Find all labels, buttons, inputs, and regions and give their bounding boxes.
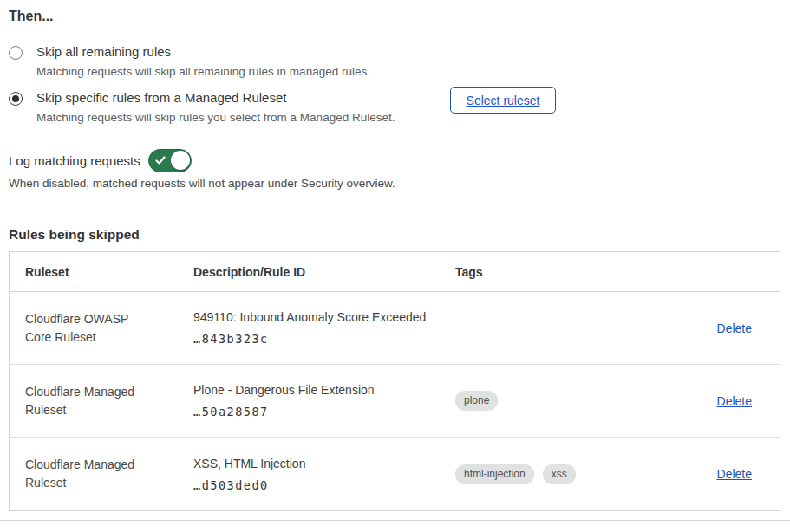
delete-link[interactable]: Delete bbox=[717, 467, 752, 481]
ruleset-name: Cloudflare Managed Ruleset bbox=[10, 456, 153, 492]
option-description: Matching requests will skip rules you se… bbox=[36, 110, 395, 125]
rule-description: Plone - Dangerous File Extension bbox=[193, 383, 441, 397]
tag-badge: plone bbox=[455, 391, 498, 411]
delete-link[interactable]: Delete bbox=[717, 394, 752, 408]
rule-id: …843b323c bbox=[193, 332, 441, 346]
then-heading: Then... bbox=[9, 9, 54, 24]
rule-id: …d503ded0 bbox=[193, 478, 441, 492]
option-description: Matching requests will skip all remainin… bbox=[36, 64, 370, 79]
skip-rules-config-page: Then... Skip all remaining rules Matchin… bbox=[0, 0, 790, 532]
table-row: Cloudflare OWASP Core Ruleset 949110: In… bbox=[10, 292, 780, 365]
toggle-knob bbox=[171, 151, 190, 170]
check-icon bbox=[155, 155, 166, 165]
ruleset-name: Cloudflare OWASP Core Ruleset bbox=[10, 310, 153, 347]
table-row: Cloudflare Managed Ruleset XSS, HTML Inj… bbox=[10, 438, 780, 510]
radio-button-selected-icon[interactable] bbox=[9, 92, 23, 106]
rule-description: 949110: Inbound Anomaly Score Exceeded bbox=[193, 310, 441, 324]
column-header-ruleset: Ruleset bbox=[10, 265, 193, 279]
option-skip-all-remaining-rules[interactable]: Skip all remaining rules Matching reques… bbox=[9, 43, 370, 79]
bottom-divider bbox=[0, 520, 790, 521]
table-row: Cloudflare Managed Ruleset Plone - Dange… bbox=[10, 365, 780, 438]
option-label: Skip specific rules from a Managed Rules… bbox=[36, 89, 395, 107]
select-ruleset-button[interactable]: Select ruleset bbox=[450, 87, 556, 114]
column-header-tags: Tags bbox=[455, 265, 738, 279]
option-skip-specific-rules[interactable]: Skip specific rules from a Managed Rules… bbox=[9, 89, 395, 125]
rules-being-skipped-table: Ruleset Description/Rule ID Tags Cloudfl… bbox=[9, 251, 780, 511]
rule-id: …50a28587 bbox=[193, 405, 441, 418]
option-label: Skip all remaining rules bbox=[36, 43, 370, 61]
delete-link[interactable]: Delete bbox=[717, 321, 752, 335]
tags-cell: html-injection xss bbox=[455, 464, 717, 484]
rule-description: XSS, HTML Injection bbox=[193, 457, 441, 470]
tag-badge: html-injection bbox=[455, 464, 534, 484]
radio-button-icon[interactable] bbox=[9, 46, 23, 60]
table-header-row: Ruleset Description/Rule ID Tags bbox=[10, 252, 780, 292]
ruleset-name: Cloudflare Managed Ruleset bbox=[10, 383, 153, 419]
tags-cell: plone bbox=[455, 391, 717, 411]
rules-being-skipped-heading: Rules being skipped bbox=[9, 227, 140, 243]
column-header-description: Description/Rule ID bbox=[193, 265, 455, 279]
log-toggle-description: When disabled, matched requests will not… bbox=[9, 177, 395, 190]
log-matching-requests-toggle[interactable] bbox=[148, 149, 192, 172]
tag-badge: xss bbox=[543, 464, 576, 484]
log-matching-requests-label: Log matching requests bbox=[9, 153, 140, 168]
